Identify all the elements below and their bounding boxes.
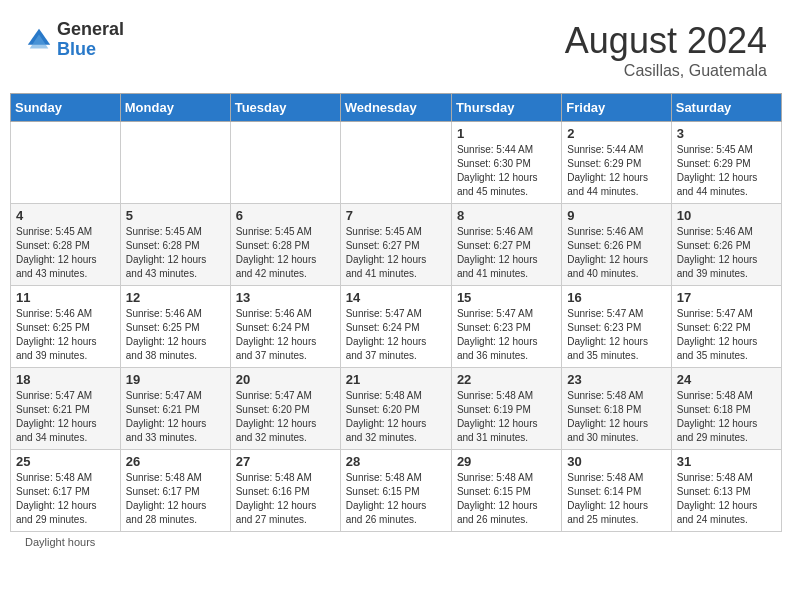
day-number: 3 xyxy=(677,126,776,141)
day-number: 5 xyxy=(126,208,225,223)
day-info: Sunrise: 5:48 AM Sunset: 6:20 PM Dayligh… xyxy=(346,389,446,445)
footer: Daylight hours xyxy=(10,532,782,552)
calendar-cell: 31Sunrise: 5:48 AM Sunset: 6:13 PM Dayli… xyxy=(671,450,781,532)
calendar-cell: 8Sunrise: 5:46 AM Sunset: 6:27 PM Daylig… xyxy=(451,204,561,286)
calendar-cell: 2Sunrise: 5:44 AM Sunset: 6:29 PM Daylig… xyxy=(562,122,671,204)
calendar-cell: 11Sunrise: 5:46 AM Sunset: 6:25 PM Dayli… xyxy=(11,286,121,368)
calendar-week-row: 25Sunrise: 5:48 AM Sunset: 6:17 PM Dayli… xyxy=(11,450,782,532)
calendar-cell: 4Sunrise: 5:45 AM Sunset: 6:28 PM Daylig… xyxy=(11,204,121,286)
calendar-cell: 13Sunrise: 5:46 AM Sunset: 6:24 PM Dayli… xyxy=(230,286,340,368)
calendar-week-row: 4Sunrise: 5:45 AM Sunset: 6:28 PM Daylig… xyxy=(11,204,782,286)
calendar-header-row: SundayMondayTuesdayWednesdayThursdayFrid… xyxy=(11,94,782,122)
day-number: 14 xyxy=(346,290,446,305)
day-info: Sunrise: 5:48 AM Sunset: 6:14 PM Dayligh… xyxy=(567,471,665,527)
calendar-cell: 9Sunrise: 5:46 AM Sunset: 6:26 PM Daylig… xyxy=(562,204,671,286)
calendar-day-header: Wednesday xyxy=(340,94,451,122)
calendar-cell xyxy=(11,122,121,204)
calendar-day-header: Friday xyxy=(562,94,671,122)
calendar-cell: 12Sunrise: 5:46 AM Sunset: 6:25 PM Dayli… xyxy=(120,286,230,368)
day-number: 12 xyxy=(126,290,225,305)
day-number: 17 xyxy=(677,290,776,305)
calendar-cell: 7Sunrise: 5:45 AM Sunset: 6:27 PM Daylig… xyxy=(340,204,451,286)
logo: General Blue xyxy=(25,20,124,60)
day-info: Sunrise: 5:46 AM Sunset: 6:25 PM Dayligh… xyxy=(126,307,225,363)
day-info: Sunrise: 5:44 AM Sunset: 6:30 PM Dayligh… xyxy=(457,143,556,199)
calendar-cell: 19Sunrise: 5:47 AM Sunset: 6:21 PM Dayli… xyxy=(120,368,230,450)
calendar-cell: 25Sunrise: 5:48 AM Sunset: 6:17 PM Dayli… xyxy=(11,450,121,532)
calendar-cell: 16Sunrise: 5:47 AM Sunset: 6:23 PM Dayli… xyxy=(562,286,671,368)
day-number: 15 xyxy=(457,290,556,305)
day-info: Sunrise: 5:46 AM Sunset: 6:24 PM Dayligh… xyxy=(236,307,335,363)
calendar-day-header: Thursday xyxy=(451,94,561,122)
day-number: 13 xyxy=(236,290,335,305)
logo-blue-text: Blue xyxy=(57,39,96,59)
calendar-cell: 15Sunrise: 5:47 AM Sunset: 6:23 PM Dayli… xyxy=(451,286,561,368)
calendar-week-row: 1Sunrise: 5:44 AM Sunset: 6:30 PM Daylig… xyxy=(11,122,782,204)
day-number: 24 xyxy=(677,372,776,387)
logo-icon xyxy=(25,26,53,54)
day-info: Sunrise: 5:48 AM Sunset: 6:17 PM Dayligh… xyxy=(126,471,225,527)
calendar-cell xyxy=(340,122,451,204)
calendar-cell: 24Sunrise: 5:48 AM Sunset: 6:18 PM Dayli… xyxy=(671,368,781,450)
calendar-cell: 1Sunrise: 5:44 AM Sunset: 6:30 PM Daylig… xyxy=(451,122,561,204)
day-info: Sunrise: 5:47 AM Sunset: 6:21 PM Dayligh… xyxy=(16,389,115,445)
day-number: 4 xyxy=(16,208,115,223)
day-info: Sunrise: 5:48 AM Sunset: 6:19 PM Dayligh… xyxy=(457,389,556,445)
calendar-day-header: Tuesday xyxy=(230,94,340,122)
month-title: August 2024 xyxy=(565,20,767,62)
calendar-cell xyxy=(120,122,230,204)
day-number: 28 xyxy=(346,454,446,469)
day-number: 18 xyxy=(16,372,115,387)
day-info: Sunrise: 5:47 AM Sunset: 6:20 PM Dayligh… xyxy=(236,389,335,445)
calendar-day-header: Saturday xyxy=(671,94,781,122)
day-number: 8 xyxy=(457,208,556,223)
day-info: Sunrise: 5:47 AM Sunset: 6:21 PM Dayligh… xyxy=(126,389,225,445)
calendar-cell: 28Sunrise: 5:48 AM Sunset: 6:15 PM Dayli… xyxy=(340,450,451,532)
calendar-day-header: Monday xyxy=(120,94,230,122)
day-info: Sunrise: 5:47 AM Sunset: 6:24 PM Dayligh… xyxy=(346,307,446,363)
day-number: 30 xyxy=(567,454,665,469)
day-info: Sunrise: 5:45 AM Sunset: 6:27 PM Dayligh… xyxy=(346,225,446,281)
day-info: Sunrise: 5:48 AM Sunset: 6:18 PM Dayligh… xyxy=(677,389,776,445)
logo-general-text: General xyxy=(57,19,124,39)
calendar-cell xyxy=(230,122,340,204)
title-area: August 2024 Casillas, Guatemala xyxy=(565,20,767,80)
day-info: Sunrise: 5:45 AM Sunset: 6:28 PM Dayligh… xyxy=(126,225,225,281)
calendar-cell: 6Sunrise: 5:45 AM Sunset: 6:28 PM Daylig… xyxy=(230,204,340,286)
day-info: Sunrise: 5:46 AM Sunset: 6:25 PM Dayligh… xyxy=(16,307,115,363)
calendar-cell: 17Sunrise: 5:47 AM Sunset: 6:22 PM Dayli… xyxy=(671,286,781,368)
calendar-cell: 22Sunrise: 5:48 AM Sunset: 6:19 PM Dayli… xyxy=(451,368,561,450)
calendar-cell: 21Sunrise: 5:48 AM Sunset: 6:20 PM Dayli… xyxy=(340,368,451,450)
day-number: 19 xyxy=(126,372,225,387)
day-info: Sunrise: 5:48 AM Sunset: 6:18 PM Dayligh… xyxy=(567,389,665,445)
day-number: 27 xyxy=(236,454,335,469)
calendar-cell: 10Sunrise: 5:46 AM Sunset: 6:26 PM Dayli… xyxy=(671,204,781,286)
day-info: Sunrise: 5:48 AM Sunset: 6:13 PM Dayligh… xyxy=(677,471,776,527)
day-number: 10 xyxy=(677,208,776,223)
day-number: 31 xyxy=(677,454,776,469)
calendar-week-row: 18Sunrise: 5:47 AM Sunset: 6:21 PM Dayli… xyxy=(11,368,782,450)
calendar-cell: 3Sunrise: 5:45 AM Sunset: 6:29 PM Daylig… xyxy=(671,122,781,204)
page-header: General Blue August 2024 Casillas, Guate… xyxy=(10,10,782,85)
day-info: Sunrise: 5:48 AM Sunset: 6:16 PM Dayligh… xyxy=(236,471,335,527)
day-number: 23 xyxy=(567,372,665,387)
day-number: 1 xyxy=(457,126,556,141)
day-number: 7 xyxy=(346,208,446,223)
location-subtitle: Casillas, Guatemala xyxy=(565,62,767,80)
day-number: 25 xyxy=(16,454,115,469)
calendar-cell: 23Sunrise: 5:48 AM Sunset: 6:18 PM Dayli… xyxy=(562,368,671,450)
calendar-cell: 26Sunrise: 5:48 AM Sunset: 6:17 PM Dayli… xyxy=(120,450,230,532)
calendar-cell: 20Sunrise: 5:47 AM Sunset: 6:20 PM Dayli… xyxy=(230,368,340,450)
day-info: Sunrise: 5:47 AM Sunset: 6:23 PM Dayligh… xyxy=(567,307,665,363)
day-number: 9 xyxy=(567,208,665,223)
day-info: Sunrise: 5:45 AM Sunset: 6:28 PM Dayligh… xyxy=(16,225,115,281)
calendar-cell: 14Sunrise: 5:47 AM Sunset: 6:24 PM Dayli… xyxy=(340,286,451,368)
day-info: Sunrise: 5:45 AM Sunset: 6:28 PM Dayligh… xyxy=(236,225,335,281)
day-number: 16 xyxy=(567,290,665,305)
day-number: 6 xyxy=(236,208,335,223)
day-info: Sunrise: 5:46 AM Sunset: 6:26 PM Dayligh… xyxy=(677,225,776,281)
calendar-cell: 18Sunrise: 5:47 AM Sunset: 6:21 PM Dayli… xyxy=(11,368,121,450)
day-info: Sunrise: 5:48 AM Sunset: 6:17 PM Dayligh… xyxy=(16,471,115,527)
calendar-day-header: Sunday xyxy=(11,94,121,122)
day-info: Sunrise: 5:45 AM Sunset: 6:29 PM Dayligh… xyxy=(677,143,776,199)
